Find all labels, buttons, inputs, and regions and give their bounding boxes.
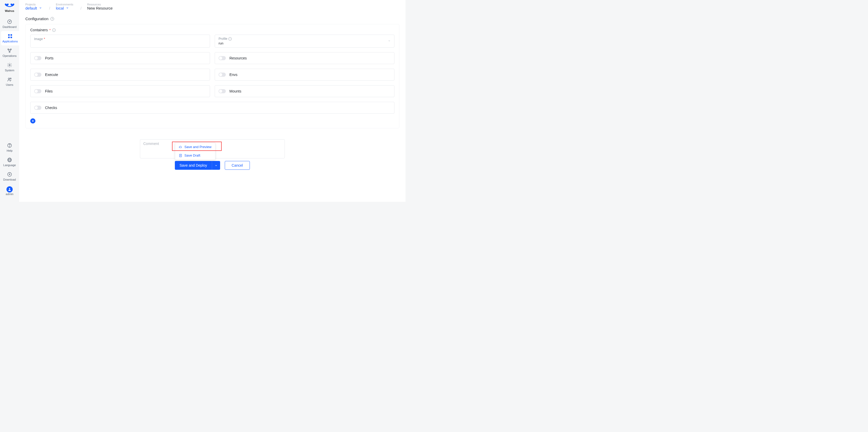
cloud-icon — [179, 145, 182, 149]
chevron-down-icon — [388, 39, 391, 43]
resources-toggle-row: Resources — [215, 52, 395, 64]
resources-toggle[interactable] — [219, 56, 226, 60]
profile-value: run — [219, 41, 391, 45]
execute-toggle-row: Execute — [30, 69, 210, 80]
info-icon[interactable]: i — [228, 37, 232, 40]
info-icon[interactable]: i — [52, 28, 56, 32]
sidebar-item-download[interactable]: Download — [0, 169, 19, 184]
avatar-icon — [6, 186, 13, 193]
help-icon — [7, 143, 12, 148]
comment-placeholder: Comment — [143, 142, 159, 146]
files-toggle-row: Files — [30, 85, 210, 97]
profile-select[interactable]: Profile i run — [215, 35, 395, 47]
chevron-down-icon — [215, 164, 218, 167]
save-dropdown-toggle[interactable] — [212, 161, 220, 170]
globe-icon — [7, 157, 12, 163]
containers-title: Containers — [30, 28, 48, 32]
svg-rect-4 — [8, 37, 10, 38]
ports-toggle[interactable] — [34, 56, 41, 60]
required-marker: * — [44, 37, 45, 41]
chevron-down-icon[interactable] — [39, 6, 42, 10]
breadcrumb-resources-value: New Resource — [87, 6, 113, 10]
save-draft-option[interactable]: Save Draft — [175, 151, 215, 160]
sidebar-item-operations[interactable]: Operations — [0, 45, 19, 60]
footer: Comment Save and Preview Save Draft — [19, 132, 406, 175]
image-field[interactable]: Image * — [30, 35, 210, 47]
breadcrumb-resources-title: Resources — [87, 3, 113, 6]
breadcrumb-environments-title: Environments — [56, 3, 73, 6]
mounts-toggle-row: Mounts — [215, 85, 395, 97]
section-title: Configuration — [25, 16, 49, 21]
save-deploy-button[interactable]: Save and Deploy — [175, 161, 212, 170]
breadcrumb-separator: / — [81, 6, 82, 10]
chevron-down-icon[interactable] — [66, 6, 69, 10]
files-label: Files — [45, 89, 53, 93]
sidebar-item-user[interactable]: admin — [0, 184, 19, 198]
main-content: Projects default / Environments local — [19, 0, 406, 202]
sidebar-item-applications[interactable]: Applications — [1, 31, 19, 45]
logo-text: Walrus — [5, 9, 14, 12]
svg-point-17 — [9, 188, 10, 189]
checks-label: Checks — [45, 106, 57, 110]
breadcrumb-separator: / — [49, 6, 50, 10]
checks-toggle[interactable] — [34, 106, 41, 110]
svg-point-1 — [9, 22, 10, 22]
svg-point-10 — [8, 78, 10, 79]
files-toggle[interactable] — [34, 89, 41, 93]
logo[interactable]: Walrus — [4, 0, 15, 14]
svg-rect-3 — [10, 34, 12, 36]
document-icon — [179, 154, 182, 157]
resources-label: Resources — [229, 56, 247, 60]
gear-icon — [7, 63, 12, 68]
ports-toggle-row: Ports — [30, 52, 210, 64]
sidebar: Walrus Dashboard Applications Operations… — [0, 0, 19, 202]
breadcrumb-environments-value[interactable]: local — [56, 6, 64, 10]
sidebar-item-help[interactable]: Help — [0, 140, 19, 155]
required-marker: * — [50, 28, 51, 32]
containers-card: Containers * i Image * Profile i run — [25, 24, 399, 128]
download-icon — [7, 172, 12, 177]
help-tooltip-icon[interactable]: ? — [51, 17, 54, 21]
sidebar-item-system[interactable]: System — [0, 60, 19, 74]
svg-point-9 — [9, 65, 10, 66]
breadcrumb-projects-title: Projects — [25, 3, 42, 6]
sidebar-item-users[interactable]: Users — [0, 74, 19, 89]
cancel-button[interactable]: Cancel — [225, 161, 250, 170]
ports-label: Ports — [45, 56, 54, 60]
apps-icon — [7, 34, 13, 39]
execute-toggle[interactable] — [34, 73, 41, 77]
checks-toggle-row: Checks — [30, 102, 395, 114]
sidebar-item-language[interactable]: Language — [0, 155, 19, 169]
add-container-button[interactable]: + — [30, 118, 35, 124]
execute-label: Execute — [45, 73, 58, 77]
users-icon — [7, 77, 12, 82]
mounts-label: Mounts — [229, 89, 241, 93]
sidebar-item-dashboard[interactable]: Dashboard — [0, 16, 19, 31]
breadcrumb-projects-value[interactable]: default — [25, 6, 37, 10]
walrus-logo-icon — [4, 3, 15, 9]
gauge-icon — [7, 19, 12, 24]
breadcrumb: Projects default / Environments local — [19, 0, 406, 10]
save-preview-option[interactable]: Save and Preview — [175, 143, 215, 151]
mounts-toggle[interactable] — [219, 89, 226, 93]
svg-rect-2 — [8, 34, 10, 36]
svg-rect-5 — [10, 37, 12, 38]
svg-point-11 — [10, 78, 11, 79]
save-dropdown-menu: Save and Preview Save Draft — [175, 142, 215, 160]
envs-label: Envs — [229, 73, 238, 77]
envs-toggle[interactable] — [219, 73, 226, 77]
envs-toggle-row: Envs — [215, 69, 395, 80]
nodes-icon — [7, 48, 12, 53]
